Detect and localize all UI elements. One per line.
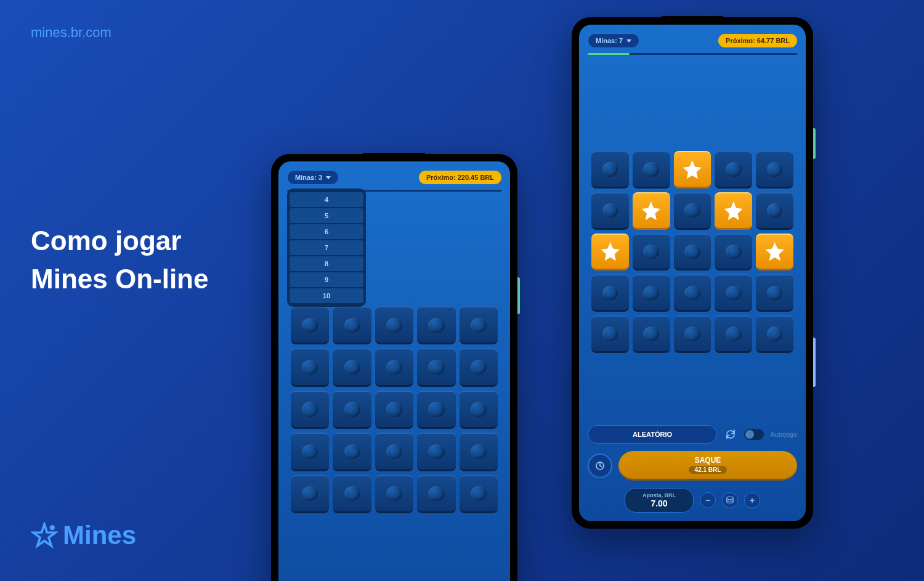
grid-tile[interactable] [375,391,413,429]
hero-line2: Mines On-line [31,260,208,298]
svg-point-2 [727,497,734,500]
grid-tile[interactable] [756,151,793,189]
tile-dot [767,286,783,300]
grid-tile[interactable] [674,234,711,271]
tile-dot [386,402,402,416]
tile-dot [471,486,487,501]
grid-tile[interactable] [333,433,371,471]
tile-dot [386,444,402,459]
next-payout-badge: Próximo: 220.45 BRL [419,171,501,184]
tile-dot [602,286,618,300]
grid-tile[interactable] [756,274,793,312]
grid-tile[interactable] [756,192,793,230]
grid-tile[interactable] [333,306,371,344]
dropdown-option[interactable]: 4 [290,192,363,207]
grid-tile[interactable] [633,315,670,353]
grid-tile[interactable] [674,192,711,230]
cashout-button[interactable]: SAQUE 42.1 BRL [618,451,797,481]
progress-fill [588,53,630,55]
bet-decrease-button[interactable]: − [700,492,716,508]
grid-tile[interactable] [417,391,455,429]
tile-dot [302,402,318,416]
grid-tile[interactable] [591,274,629,312]
grid-tile[interactable] [291,306,329,344]
phone-power-button [517,277,520,314]
mines-selector[interactable]: Minas: 3 [287,170,339,185]
random-button[interactable]: ALEATÓRIO [588,425,717,444]
grid-tile[interactable] [375,475,413,513]
grid-tile[interactable] [756,315,793,353]
grid-tile[interactable] [460,306,498,344]
tile-dot [684,203,700,217]
game-controls: ALEATÓRIO Autojogo SAQUE 42.1 BRL Aposta [588,425,797,513]
grid-tile[interactable] [715,151,752,189]
dropdown-option[interactable]: 6 [290,224,363,239]
tile-dot [726,162,742,176]
grid-tile[interactable] [715,274,752,312]
topbar: Minas: 3 Próximo: 220.45 BRL [287,170,501,185]
tile-dot [302,486,318,501]
grid-tile[interactable] [756,234,793,271]
grid-tile[interactable] [674,274,711,312]
grid-tile[interactable] [417,348,455,386]
dropdown-option[interactable]: 8 [290,256,363,271]
refresh-icon[interactable] [723,427,738,442]
grid-tile[interactable] [333,475,371,513]
cashout-label: SAQUE [623,456,792,465]
grid-tile[interactable] [633,234,670,271]
grid-tile[interactable] [460,391,498,429]
grid-tile[interactable] [460,475,498,513]
grid-tile[interactable] [333,348,371,386]
grid-tile[interactable] [591,151,629,189]
tile-dot [428,360,444,375]
grid-tile[interactable] [375,348,413,386]
grid-tile[interactable] [633,192,670,230]
grid-tile[interactable] [333,391,371,429]
tile-dot [386,360,402,375]
phone-mockup-right: Minas: 7 Próximo: 64.77 BRL ALEATÓRIO Au… [572,17,813,529]
grid-tile[interactable] [633,151,670,189]
grid-tile[interactable] [715,315,752,353]
dropdown-option[interactable]: 5 [290,208,363,223]
next-payout-badge: Próximo: 64.77 BRL [718,34,797,47]
tile-dot [767,162,783,176]
grid-tile[interactable] [417,433,455,471]
grid-tile[interactable] [674,315,711,353]
grid-tile[interactable] [417,475,455,513]
grid-tile[interactable] [417,306,455,344]
phone-volume-button [813,338,816,387]
grid-tile[interactable] [715,234,752,271]
tile-dot [767,327,783,341]
bet-increase-button[interactable]: + [744,492,760,508]
grid-tile[interactable] [291,348,329,386]
dropdown-option[interactable]: 10 [290,288,363,303]
autoplay-toggle[interactable] [744,429,764,440]
dropdown-option[interactable]: 7 [290,240,363,255]
tile-dot [344,360,360,375]
tile-dot [643,245,659,259]
dropdown-option[interactable]: 9 [290,272,363,287]
progress-bar [588,53,797,55]
grid-tile[interactable] [460,348,498,386]
grid-tile[interactable] [460,433,498,471]
replay-button[interactable] [588,453,612,478]
tile-dot [344,486,360,501]
grid-tile[interactable] [291,475,329,513]
tile-dot [302,318,318,333]
grid-tile[interactable] [375,306,413,344]
grid-tile[interactable] [375,433,413,471]
grid-tile[interactable] [591,192,629,230]
tile-dot [726,245,742,259]
grid-tile[interactable] [674,151,711,189]
site-url: mines.br.com [31,25,111,41]
bet-preset-button[interactable] [722,492,738,508]
grid-tile[interactable] [715,192,752,230]
grid-tile[interactable] [291,391,329,429]
chevron-down-icon [626,39,631,43]
grid-tile[interactable] [291,433,329,471]
grid-tile[interactable] [591,315,629,353]
mines-selector[interactable]: Minas: 7 [588,33,639,48]
grid-tile[interactable] [591,234,629,271]
grid-tile[interactable] [633,274,670,312]
bet-value: 7.00 [642,498,676,508]
